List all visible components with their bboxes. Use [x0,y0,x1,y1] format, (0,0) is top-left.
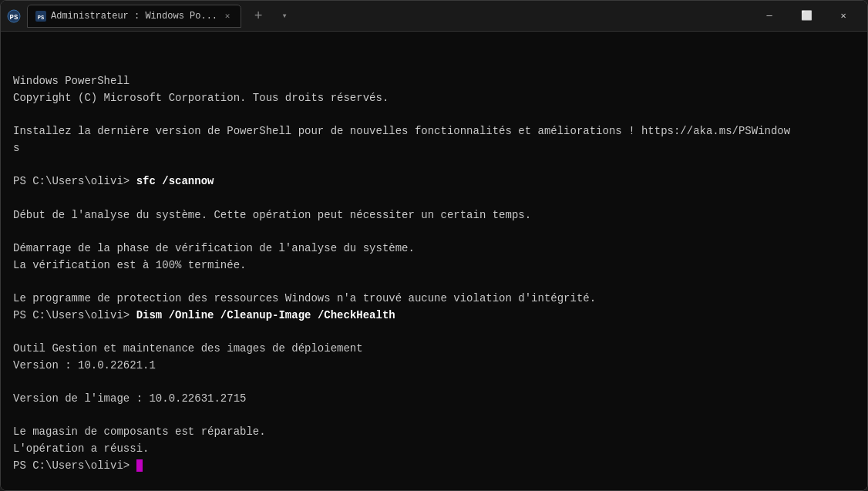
terminal-line [13,274,855,291]
terminal-line: Le magasin de composants est réparable. [13,424,855,441]
terminal-line: Version : 10.0.22621.1 [13,358,855,375]
terminal-line [13,324,855,341]
terminal-line: s [13,140,855,157]
terminal-command: Dism /Online /Cleanup-Image /CheckHealth [136,309,395,321]
terminal-line: Copyright (C) Microsoft Corporation. Tou… [13,90,855,107]
terminal-line: Outil Gestion et maintenance des images … [13,341,855,358]
terminal-line: La vérification est à 100% terminée. [13,257,855,274]
titlebar-left: PS PS Administrateur : Windows Po... ✕ +… [7,5,752,28]
new-tab-button[interactable]: + [247,5,269,27]
tab-close-button[interactable]: ✕ [222,11,233,22]
terminal-line: Démarrage de la phase de vérification de… [13,240,855,257]
terminal-line: Installez la dernière version de PowerSh… [13,123,855,140]
terminal-line [13,374,855,391]
titlebar-controls: — ⬜ ✕ [752,4,861,29]
terminal-tab[interactable]: PS Administrateur : Windows Po... ✕ [27,5,241,28]
terminal-line: Début de l'analyse du système. Cette opé… [13,207,855,224]
terminal-line: Version de l'image : 10.0.22631.2715 [13,391,855,408]
terminal-window: PS PS Administrateur : Windows Po... ✕ +… [0,0,868,491]
terminal-line [13,106,855,123]
tab-dropdown-button[interactable]: ▾ [275,7,294,25]
window-icon: PS [7,9,21,23]
terminal-line: Windows PowerShell [13,73,855,90]
terminal-line [13,408,855,425]
maximize-button[interactable]: ⬜ [789,4,824,29]
close-button[interactable]: ✕ [826,4,861,29]
terminal-line [13,224,855,240]
terminal-prompt: PS C:\Users\olivi> [13,459,136,472]
terminal-command: sfc /scannow [136,175,214,187]
terminal-prompt: PS C:\Users\olivi> [13,309,136,321]
terminal-body[interactable]: Windows PowerShell Copyright (C) Microso… [1,32,867,490]
titlebar: PS PS Administrateur : Windows Po... ✕ +… [1,1,867,32]
terminal-line [13,190,855,207]
minimize-button[interactable]: — [752,4,787,29]
terminal-line: PS C:\Users\olivi> Dism /Online /Cleanup… [13,308,855,325]
terminal-cursor [136,459,143,472]
terminal-prompt: PS C:\Users\olivi> [13,175,136,187]
terminal-line: PS C:\Users\olivi> [13,458,855,475]
terminal-line: L'opération a réussi. [13,441,855,458]
terminal-line [13,156,855,173]
terminal-line: Le programme de protection des ressource… [13,291,855,308]
svg-text:PS: PS [38,15,44,21]
tab-powershell-icon: PS [35,11,46,22]
terminal-line: PS C:\Users\olivi> sfc /scannow [13,173,855,190]
tab-label: Administrateur : Windows Po... [51,11,217,22]
svg-text:PS: PS [10,14,19,22]
